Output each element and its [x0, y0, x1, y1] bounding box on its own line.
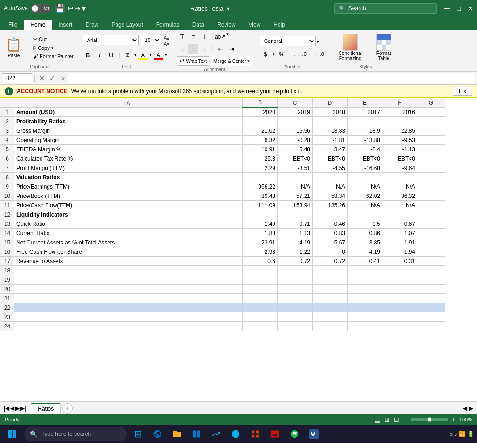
cell-r6-c4[interactable]: EBT<0: [348, 154, 382, 163]
cell-r20-c1[interactable]: [243, 285, 278, 294]
align-bottom-button[interactable]: ⊥: [199, 32, 210, 42]
cell-r3-c1[interactable]: 21.02: [243, 126, 278, 136]
cell-r15-c4[interactable]: -3.85: [348, 238, 382, 247]
cell-r6-c1[interactable]: 25.3: [243, 154, 278, 163]
cell-r7-c6[interactable]: [417, 163, 445, 173]
cell-r6-c3[interactable]: EBT<0: [313, 154, 348, 163]
cell-r8-c4[interactable]: [348, 173, 382, 182]
redo-icon[interactable]: ↪: [74, 4, 80, 13]
cell-r22-c1[interactable]: [243, 303, 278, 312]
cell-r3-c5[interactable]: 22.85: [382, 126, 417, 136]
orientation-button[interactable]: ab↗: [215, 32, 225, 42]
cell-r9-c0[interactable]: Price/Earnings (TTM): [14, 182, 243, 191]
cell-r1-c3[interactable]: 2018: [313, 108, 348, 117]
cell-r13-c1[interactable]: 1.49: [243, 219, 278, 229]
decrease-font-size[interactable]: A▾: [163, 41, 170, 47]
cell-r18-c0[interactable]: [14, 266, 243, 275]
cell-r15-c0[interactable]: Net Current Assets as % of Total Assets: [14, 238, 243, 247]
formula-function-button[interactable]: fx: [58, 75, 67, 81]
cell-r17-c3[interactable]: 0.72: [313, 257, 348, 266]
system-tray[interactable]: ⌂ ♪ 📶 🔋: [450, 431, 474, 437]
merge-center-button[interactable]: Merge & Center ▾: [211, 56, 252, 66]
cell-r17-c2[interactable]: 0.72: [278, 257, 313, 266]
cell-r10-c6[interactable]: [417, 191, 445, 201]
row-header-20[interactable]: 20: [0, 285, 14, 294]
tab-page-layout[interactable]: Page Layout: [105, 20, 149, 30]
align-top-button[interactable]: ⊤: [177, 32, 187, 42]
cell-r1-c4[interactable]: 2017: [348, 108, 382, 117]
tab-draw[interactable]: Draw: [79, 20, 105, 30]
cell-r9-c5[interactable]: N/A: [382, 182, 417, 191]
cell-r11-c4[interactable]: N/A: [348, 201, 382, 210]
row-header-2[interactable]: 2: [0, 117, 14, 126]
cell-r20-c2[interactable]: [278, 285, 313, 294]
cell-r6-c0[interactable]: Calculated Tax Rate %: [14, 154, 243, 163]
windows-store-icon[interactable]: [188, 426, 205, 442]
cell-r22-c3[interactable]: [313, 303, 348, 312]
italic-button[interactable]: I: [95, 50, 105, 60]
cell-r7-c4[interactable]: -16.68: [348, 163, 382, 173]
customize-icon[interactable]: ▾: [82, 4, 86, 13]
cell-r7-c0[interactable]: Profit Margin (TTM): [14, 163, 243, 173]
cell-r9-c3[interactable]: N/A: [313, 182, 348, 191]
ms-office-icon[interactable]: [247, 426, 264, 442]
cell-r15-c1[interactable]: 23.91: [243, 238, 278, 247]
cell-r5-c4[interactable]: -8.4: [348, 145, 382, 154]
cell-r21-c5[interactable]: [382, 294, 417, 303]
cell-r22-c4[interactable]: [348, 303, 382, 312]
row-header-4[interactable]: 4: [0, 136, 14, 145]
font-family-select[interactable]: Arial: [83, 35, 139, 45]
first-sheet-btn[interactable]: |◀: [4, 405, 9, 412]
row-header-16[interactable]: 16: [0, 247, 14, 257]
tab-review[interactable]: Review: [211, 20, 242, 30]
cell-r7-c5[interactable]: -9.64: [382, 163, 417, 173]
cell-r18-c3[interactable]: [313, 266, 348, 275]
cell-r22-c2[interactable]: [278, 303, 313, 312]
cell-r24-c2[interactable]: [278, 322, 313, 331]
row-header-6[interactable]: 6: [0, 154, 14, 163]
edge-icon[interactable]: [149, 426, 166, 442]
row-header-23[interactable]: 23: [0, 312, 14, 322]
row-header-18[interactable]: 18: [0, 266, 14, 275]
borders-button[interactable]: ⊞: [123, 50, 133, 60]
cell-r12-c0[interactable]: Liquidity Indicators: [14, 210, 243, 219]
cell-r21-c1[interactable]: [243, 294, 278, 303]
col-header-c[interactable]: C: [278, 98, 313, 108]
cell-r4-c6[interactable]: [417, 136, 445, 145]
row-header-9[interactable]: 9: [0, 182, 14, 191]
cell-r23-c1[interactable]: [243, 312, 278, 322]
cell-r17-c1[interactable]: 0.6: [243, 257, 278, 266]
fill-color-button[interactable]: A: [138, 50, 148, 60]
fill-dropdown[interactable]: ▾: [150, 53, 152, 57]
font-color-button[interactable]: A: [153, 50, 164, 60]
cell-r8-c0[interactable]: Valuation Ratios: [14, 173, 243, 182]
cell-r11-c6[interactable]: [417, 201, 445, 210]
cell-r9-c6[interactable]: [417, 182, 445, 191]
cell-r4-c4[interactable]: -13.88: [348, 136, 382, 145]
cell-r4-c0[interactable]: Operating Margin: [14, 136, 243, 145]
cell-r4-c1[interactable]: 6.32: [243, 136, 278, 145]
cell-r3-c4[interactable]: 18.9: [348, 126, 382, 136]
underline-button[interactable]: U: [106, 50, 116, 60]
cell-r15-c5[interactable]: 1.91: [382, 238, 417, 247]
align-right-button[interactable]: ≡: [199, 44, 210, 54]
cell-r19-c1[interactable]: [243, 275, 278, 285]
cell-r20-c5[interactable]: [382, 285, 417, 294]
conditional-formatting-button[interactable]: Conditional Formatting: [333, 32, 368, 63]
row-header-3[interactable]: 3: [0, 126, 14, 136]
cell-r19-c5[interactable]: [382, 275, 417, 285]
spotify-icon[interactable]: [286, 426, 303, 442]
cell-r15-c6[interactable]: [417, 238, 445, 247]
cell-r23-c5[interactable]: [382, 312, 417, 322]
row-header-19[interactable]: 19: [0, 275, 14, 285]
cell-r1-c6[interactable]: [417, 108, 445, 117]
font-color-dropdown[interactable]: ▾: [165, 53, 167, 57]
cell-r18-c4[interactable]: [348, 266, 382, 275]
cell-r21-c3[interactable]: [313, 294, 348, 303]
cell-r19-c2[interactable]: [278, 275, 313, 285]
cell-r24-c5[interactable]: [382, 322, 417, 331]
cell-r6-c5[interactable]: EBT<0: [382, 154, 417, 163]
task-view-icon[interactable]: ⊞: [129, 426, 146, 442]
cell-r17-c4[interactable]: 0.41: [348, 257, 382, 266]
col-header-b[interactable]: B: [243, 98, 278, 108]
